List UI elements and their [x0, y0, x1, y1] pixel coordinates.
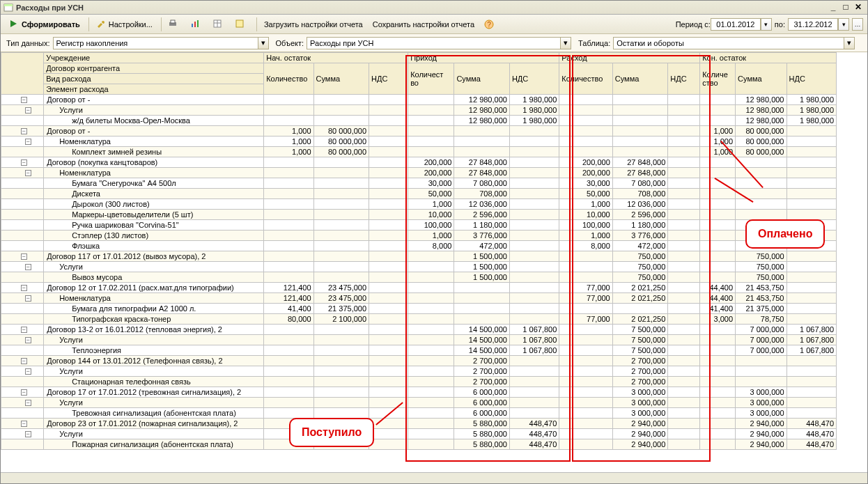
table-row[interactable]: Стационарная телефонная связь2 700,0002 … [1, 377, 837, 387]
grid-button[interactable] [231, 18, 252, 31]
chart-button[interactable] [187, 18, 208, 31]
tree-toggle[interactable]: − [1, 95, 44, 105]
table-row[interactable]: Бумага для типографии А2 1000 л.41,40021… [1, 304, 837, 314]
table-row[interactable]: −Услуги5 880,000448,4702 940,0002 940,00… [1, 429, 837, 439]
tree-toggle[interactable]: − [1, 136, 44, 147]
tree-toggle[interactable]: − [1, 168, 44, 178]
tree-toggle[interactable] [1, 345, 44, 356]
horizontal-scrollbar[interactable] [1, 472, 867, 483]
cell-start_vat [369, 314, 408, 325]
table-button[interactable] [209, 18, 230, 31]
tree-toggle[interactable]: − [1, 366, 44, 377]
tree-toggle[interactable]: − [1, 105, 44, 116]
tree-toggle[interactable]: − [1, 419, 44, 429]
tree-toggle[interactable] [1, 116, 44, 126]
cell-in_vat [509, 356, 559, 366]
tree-toggle[interactable]: − [1, 387, 44, 398]
tree-toggle[interactable] [1, 377, 44, 387]
tree-toggle[interactable]: − [1, 157, 44, 168]
tree-toggle[interactable] [1, 189, 44, 199]
maximize-button[interactable]: □ [839, 2, 852, 13]
save-settings-button[interactable]: Сохранить настройки отчета [369, 19, 479, 30]
date-to-picker[interactable]: ▾ [838, 18, 849, 31]
tree-toggle[interactable]: − [1, 251, 44, 262]
tree-toggle[interactable]: − [1, 325, 44, 335]
minimize-button[interactable]: _ [827, 2, 839, 13]
table-row[interactable]: −Договор 117 от 17.01.2012 (вывоз мусора… [1, 251, 837, 262]
table-row[interactable]: Маркеры-цветовыделители (5 шт)10,0002 59… [1, 210, 837, 220]
tree-toggle[interactable] [1, 439, 44, 450]
table-combo[interactable]: Остатки и обороты▾ [613, 37, 855, 49]
load-settings-button[interactable]: Загрузить настройки отчета [260, 19, 367, 30]
tree-toggle[interactable] [1, 199, 44, 210]
table-row[interactable]: −Договор 144 от 13.01.2012 (Телефонная с… [1, 356, 837, 366]
table-row[interactable]: Комплект зимней резины1,00080 000,0001,0… [1, 147, 837, 157]
table-row[interactable]: −Договор 12 от 17.02.2011 (расх.мат.для … [1, 283, 837, 293]
table-row[interactable]: −Договор 17 от 17.01.2012 (тревожная сиг… [1, 387, 837, 398]
tree-toggle[interactable] [1, 272, 44, 283]
tree-toggle[interactable] [1, 408, 44, 419]
table-row[interactable]: Флэшка8,000472,0008,000472,000 [1, 241, 837, 251]
tree-toggle[interactable]: − [1, 262, 44, 272]
table-row[interactable]: Дырокол (300 листов)1,00012 036,0001,000… [1, 199, 837, 210]
table-row[interactable]: −Номенклатура1,00080 000,0001,00080 000,… [1, 136, 837, 147]
tree-toggle[interactable]: − [1, 356, 44, 366]
table-row[interactable]: Бумага "Снегурочка" А4 500л30,0007 080,0… [1, 178, 837, 189]
print-button[interactable] [164, 18, 185, 31]
table-row[interactable]: −Договор 13-2 от 16.01.2012 (тепловая эн… [1, 325, 837, 335]
table-row[interactable]: −Договор (покупка канцтоваров)200,00027 … [1, 157, 837, 168]
date-from-picker[interactable]: ▾ [761, 18, 772, 31]
tree-toggle[interactable] [1, 304, 44, 314]
table-row[interactable]: −Услуги2 700,0002 700,000 [1, 366, 837, 377]
tree-toggle[interactable] [1, 147, 44, 157]
table-row[interactable]: Теплоэнергия14 500,0001 067,8007 500,000… [1, 345, 837, 356]
tree-toggle[interactable]: − [1, 126, 44, 136]
tree-toggle[interactable] [1, 241, 44, 251]
table-row[interactable]: −Услуги14 500,0001 067,8007 500,0007 000… [1, 335, 837, 345]
table-row[interactable]: −Услуги1 500,000750,000750,000 [1, 262, 837, 272]
cell-in_qty [408, 335, 454, 345]
chevron-down-icon[interactable]: ▾ [560, 38, 571, 49]
table-row[interactable]: −Договор 23 от 17.01.2012 (пожарная сигн… [1, 419, 837, 429]
tree-toggle[interactable] [1, 220, 44, 231]
cell-end_vat [786, 304, 837, 314]
tree-toggle[interactable] [1, 314, 44, 325]
table-row[interactable]: Пожарная сигнализация (абонентская плата… [1, 439, 837, 450]
report-content[interactable]: Учреждение Нач. остаток Приход Расход Ко… [1, 52, 867, 472]
tree-toggle[interactable]: − [1, 429, 44, 439]
table-row[interactable]: Ручка шариковая "Corvina-51"100,0001 180… [1, 220, 837, 231]
date-from-input[interactable] [711, 18, 761, 31]
cell-in_qty [408, 251, 454, 262]
tree-toggle[interactable]: − [1, 293, 44, 304]
table-row[interactable]: −Услуги6 000,0003 000,0003 000,000 [1, 398, 837, 408]
table-row[interactable]: ж/д билеты Москва-Орел-Москва12 980,0001… [1, 116, 837, 126]
settings-button[interactable]: Настройки... [92, 18, 157, 31]
table-row[interactable]: Вывоз мусора1 500,000750,000750,000 [1, 272, 837, 283]
table-row[interactable]: −Номенклатура121,40023 475,00077,0002 02… [1, 293, 837, 304]
period-more-button[interactable]: … [852, 18, 863, 31]
run-button[interactable]: Сформировать [5, 18, 84, 31]
table-row[interactable]: Дискета50,000708,00050,000708,000 [1, 189, 837, 199]
table-row[interactable]: Типографская краска-тонер80,0002 100,000… [1, 314, 837, 325]
cell-end_sum: 2 940,000 [736, 439, 786, 450]
tree-toggle[interactable] [1, 231, 44, 241]
cell-out_qty [559, 429, 612, 439]
tree-toggle[interactable]: − [1, 398, 44, 408]
type-combo[interactable]: Регистр накопления▾ [53, 37, 269, 49]
table-row[interactable]: Тревожная сигнализация (абонентская плат… [1, 408, 837, 419]
table-row[interactable]: −Услуги12 980,0001 980,00012 980,0001 98… [1, 105, 837, 116]
object-combo[interactable]: Расходы при УСН▾ [307, 37, 571, 49]
tree-toggle[interactable]: − [1, 335, 44, 345]
tree-toggle[interactable]: − [1, 283, 44, 293]
table-row[interactable]: −Договор от -1,00080 000,0001,00080 000,… [1, 126, 837, 136]
table-row[interactable]: −Номенклатура200,00027 848,000200,00027 … [1, 168, 837, 178]
date-to-input[interactable] [788, 18, 838, 31]
tree-toggle[interactable] [1, 210, 44, 220]
table-row[interactable]: −Договор от -12 980,0001 980,00012 980,0… [1, 95, 837, 105]
tree-toggle[interactable] [1, 178, 44, 189]
chevron-down-icon[interactable]: ▾ [258, 38, 268, 49]
table-row[interactable]: Стэплер (130 листов)1,0003 776,0001,0003… [1, 231, 837, 241]
chevron-down-icon[interactable]: ▾ [844, 38, 854, 49]
close-button[interactable]: ✕ [852, 2, 865, 13]
help-button[interactable]: ? [480, 18, 501, 31]
